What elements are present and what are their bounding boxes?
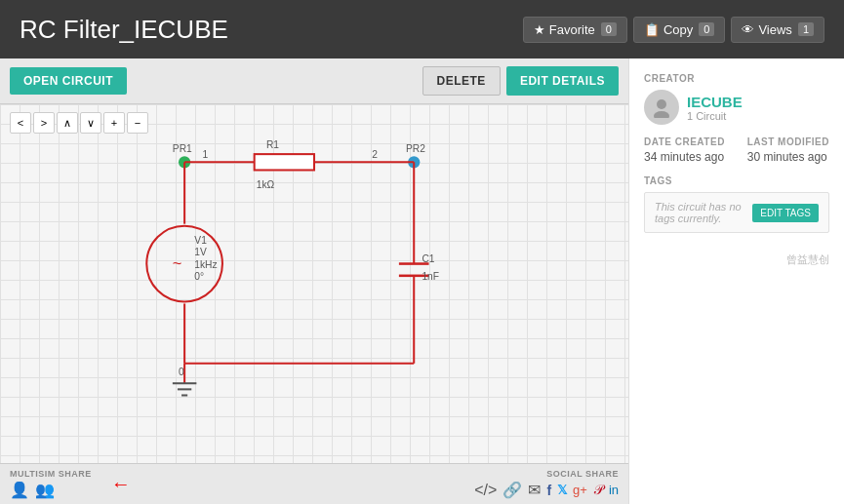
social-share-icons: </> 🔗 ✉ f 𝕏 g+ 𝒫 in (474, 481, 619, 499)
date-created-value: 34 minutes ago (644, 150, 725, 164)
multisim-share-icons: 👤 👥 (10, 481, 92, 499)
creator-label: CREATOR (644, 73, 829, 84)
date-created-label: DATE CREATED (644, 136, 725, 147)
circuit-diagram: PR1 PR2 R1 1kΩ 1 2 (0, 104, 628, 463)
open-circuit-button[interactable]: OPEN CIRCUIT (10, 67, 127, 95)
svg-text:~: ~ (173, 254, 182, 272)
date-created-col: DATE CREATED 34 minutes ago (644, 136, 725, 164)
copy-icon: 📋 (644, 22, 660, 37)
node2-label: 2 (372, 149, 378, 160)
edit-details-button[interactable]: EDIT DETAILS (506, 66, 619, 96)
voltage-source-label: V1 (194, 235, 207, 246)
favorite-button[interactable]: ★ Favorite 0 (523, 17, 627, 43)
node1-label: 1 (203, 149, 209, 160)
circuit-panel: OPEN CIRCUIT DELETE EDIT DETAILS < > ∧ ∨… (0, 58, 629, 504)
nav-up-button[interactable]: ∧ (57, 112, 78, 134)
zoom-in-button[interactable]: + (103, 112, 125, 134)
views-button[interactable]: 👁 Views 1 (731, 17, 824, 43)
page-title: RC Filter_IECUBE (20, 15, 228, 45)
resistor-symbol (255, 154, 314, 170)
eye-icon: 👁 (742, 22, 754, 37)
circuit-toolbar: OPEN CIRCUIT DELETE EDIT DETAILS (0, 58, 628, 104)
arrow-indicator: ← (111, 473, 131, 495)
svg-point-13 (654, 111, 669, 118)
voltage-source-v: 1V (194, 247, 207, 257)
tags-section: TAGS This circuit has no tags currently.… (644, 175, 829, 233)
creator-row: IECUBE 1 Circuit (644, 90, 829, 125)
delete-button[interactable]: DELETE (422, 66, 501, 96)
header-actions: ★ Favorite 0 📋 Copy 0 👁 Views 1 (523, 17, 824, 43)
email-icon[interactable]: ✉ (528, 481, 541, 499)
creator-info: IECUBE 1 Circuit (687, 94, 743, 122)
tags-label: TAGS (644, 175, 829, 186)
date-modified-value: 30 minutes ago (747, 150, 829, 164)
arrow-icon: ← (111, 473, 131, 495)
probe2-label: PR2 (406, 143, 425, 154)
people-icon[interactable]: 👥 (35, 481, 55, 499)
tags-box: This circuit has no tags currently. EDIT… (644, 192, 829, 233)
node0-label: 0 (179, 367, 184, 377)
copy-button[interactable]: 📋 Copy 0 (633, 17, 725, 43)
code-icon[interactable]: </> (474, 482, 497, 499)
circuit-canvas: < > ∧ ∨ + − PR1 PR2 (0, 104, 628, 463)
twitter-icon[interactable]: 𝕏 (557, 483, 567, 497)
resistor-label: R1 (266, 139, 279, 150)
watermark: 曾益慧创 (786, 253, 829, 265)
nav-left-button[interactable]: < (10, 112, 31, 134)
resistor-value: 1kΩ (257, 179, 275, 190)
date-modified-label: LAST MODIFIED (747, 136, 829, 147)
star-icon: ★ (534, 22, 545, 37)
facebook-icon[interactable]: f (546, 483, 551, 498)
capacitor-value: 1nF (422, 271, 439, 282)
avatar (644, 90, 679, 125)
capacitor-label: C1 (422, 253, 434, 264)
multisim-share-section: MULTISIM SHARE 👤 👥 (10, 469, 92, 499)
voltage-source-phase: 0° (194, 271, 204, 282)
zoom-out-button[interactable]: − (127, 112, 148, 134)
person-icon[interactable]: 👤 (10, 481, 29, 499)
creator-circuits: 1 Circuit (687, 110, 743, 122)
dates-row: DATE CREATED 34 minutes ago LAST MODIFIE… (644, 136, 829, 164)
main-container: OPEN CIRCUIT DELETE EDIT DETAILS < > ∧ ∨… (0, 58, 844, 504)
date-modified-col: LAST MODIFIED 30 minutes ago (747, 136, 829, 164)
creator-name: IECUBE (687, 94, 743, 110)
toolbar-left: OPEN CIRCUIT (10, 67, 127, 95)
nav-down-button[interactable]: ∨ (80, 112, 101, 134)
pinterest-icon[interactable]: 𝒫 (593, 482, 603, 498)
googleplus-icon[interactable]: g+ (573, 483, 587, 497)
nav-right-button[interactable]: > (33, 112, 55, 134)
linkedin-icon[interactable]: in (609, 483, 619, 497)
bottom-bar: MULTISIM SHARE 👤 👥 ← SOCIAL SHARE </> 🔗 … (0, 463, 628, 504)
user-icon (651, 97, 672, 118)
info-panel: CREATOR IECUBE 1 Circuit DATE CREATED 34… (629, 58, 844, 504)
tags-empty-text: This circuit has no tags currently. (655, 201, 752, 224)
probe1-label: PR1 (173, 143, 192, 154)
toolbar-right: DELETE EDIT DETAILS (422, 66, 619, 96)
link-icon[interactable]: 🔗 (502, 481, 522, 499)
edit-tags-button[interactable]: EDIT TAGS (752, 204, 819, 222)
svg-point-12 (657, 99, 666, 109)
nav-controls: < > ∧ ∨ + − (10, 112, 148, 134)
voltage-source-hz: 1kHz (194, 259, 217, 270)
page-header: RC Filter_IECUBE ★ Favorite 0 📋 Copy 0 👁… (0, 0, 844, 58)
social-share-section: SOCIAL SHARE </> 🔗 ✉ f 𝕏 g+ 𝒫 in (474, 469, 619, 499)
